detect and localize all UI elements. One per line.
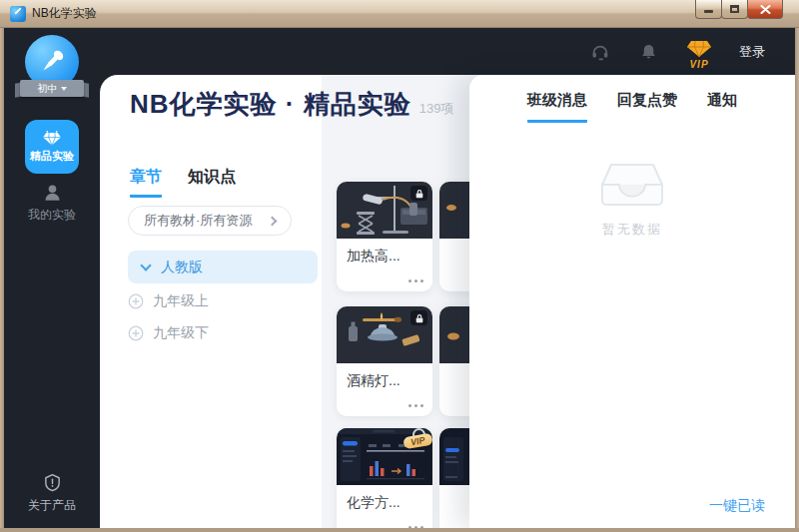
textbook-filter-button[interactable]: 所有教材·所有资源 (128, 206, 292, 236)
card-thumbnail (337, 182, 432, 239)
card-title: 加热高... (347, 248, 400, 266)
grade-badge[interactable]: 初中 (20, 80, 84, 97)
tab-replies-likes[interactable]: 回复点赞 (617, 91, 677, 123)
vip-button[interactable]: VIP (686, 40, 712, 70)
vip-diamond-icon (686, 40, 712, 58)
lock-icon (410, 186, 427, 201)
tab-chapters[interactable]: 章节 (130, 167, 162, 198)
support-headset-icon[interactable] (588, 41, 610, 63)
experiment-card-heating[interactable]: 加热高... (337, 182, 432, 291)
more-icon[interactable] (408, 404, 423, 407)
empty-text: 暂无数据 (602, 221, 662, 239)
textbook-filter-label: 所有教材·所有资源 (144, 212, 252, 230)
sidebar-item-label: 我的实验 (28, 207, 76, 224)
card-thumbnail (337, 306, 432, 363)
sidebar: 初中 精品实验 我的实验 (4, 28, 100, 528)
tab-class-messages[interactable]: 班级消息 (527, 91, 587, 123)
lock-icon (410, 310, 427, 325)
vip-label: VIP (689, 59, 708, 70)
person-icon (42, 183, 63, 203)
close-icon (760, 5, 771, 14)
card-title: 化学方... (347, 494, 400, 512)
maximize-icon (730, 5, 739, 13)
tree-item-renjiaoban[interactable]: 人教版 (128, 251, 318, 283)
grade-badge-label: 初中 (38, 82, 58, 96)
more-icon[interactable] (408, 526, 423, 528)
tree-item-label: 人教版 (161, 259, 203, 276)
maximize-button[interactable] (721, 0, 748, 19)
tree-item-label: 九年级下 (153, 324, 209, 342)
sidebar-item-label: 关于产品 (28, 497, 76, 514)
dropper-icon (37, 47, 67, 77)
item-count: 139项 (419, 100, 454, 122)
close-button[interactable] (747, 0, 783, 19)
minimize-icon (704, 10, 713, 13)
titlebar[interactable]: NB化学实验 (0, 0, 799, 28)
card-info: 化学方... (337, 485, 432, 528)
message-panel: 班级消息 回复点赞 通知 暂无数据 一键已读 (469, 75, 795, 528)
tree-item-label: 九年级上 (153, 292, 209, 310)
gem-icon (42, 131, 62, 146)
app-icon (10, 6, 26, 22)
login-button[interactable]: 登录 (739, 43, 765, 61)
tree-item-grade9-first[interactable]: 九年级上 (128, 292, 209, 310)
page-header: NB化学实验 · 精品实验 139项 (130, 87, 453, 122)
window-controls (696, 0, 783, 19)
experiment-card-chemical-equation[interactable]: VIP 化学方... (337, 428, 432, 528)
window-title: NB化学实验 (32, 5, 97, 22)
app-window: NB化学实验 (0, 0, 799, 532)
mark-all-read-link[interactable]: 一键已读 (709, 497, 765, 515)
card-title: 酒精灯... (347, 372, 400, 390)
tab-knowledge-points[interactable]: 知识点 (188, 167, 236, 198)
about-info-icon (43, 473, 62, 492)
card-info: 酒精灯... (337, 363, 432, 416)
empty-state: 暂无数据 (469, 159, 795, 239)
topbar-actions: VIP 登录 (588, 28, 765, 75)
message-panel-tabs: 班级消息 回复点赞 通知 (469, 75, 795, 123)
empty-inbox-icon (597, 159, 667, 209)
more-icon[interactable] (408, 279, 423, 282)
sidebar-item-featured-experiments[interactable]: 精品实验 (25, 120, 79, 174)
chevron-right-icon (268, 217, 278, 227)
caret-down-icon (61, 87, 67, 91)
chevron-down-icon (140, 260, 151, 270)
sidebar-item-my-experiments[interactable]: 我的实验 (4, 183, 100, 224)
window-border-right (795, 28, 799, 532)
sidebar-item-about-product[interactable]: 关于产品 (4, 473, 100, 514)
app-body: VIP 登录 初中 (4, 28, 795, 528)
window-border-bottom (0, 528, 799, 532)
experiment-card-alcohol-lamp[interactable]: 酒精灯... (337, 306, 432, 416)
main-tabs: 章节 知识点 (130, 167, 236, 198)
expand-plus-icon (128, 293, 144, 309)
expand-plus-icon (128, 325, 144, 341)
sidebar-item-label: 精品实验 (30, 149, 74, 164)
page-title: NB化学实验 · 精品实验 (130, 87, 411, 122)
tree-item-grade9-second[interactable]: 九年级下 (128, 324, 209, 342)
tab-notifications[interactable]: 通知 (707, 91, 737, 123)
minimize-button[interactable] (695, 0, 722, 19)
card-info: 加热高... (337, 239, 432, 291)
notification-bell-icon[interactable] (637, 41, 659, 63)
card-thumbnail: VIP (337, 428, 432, 485)
